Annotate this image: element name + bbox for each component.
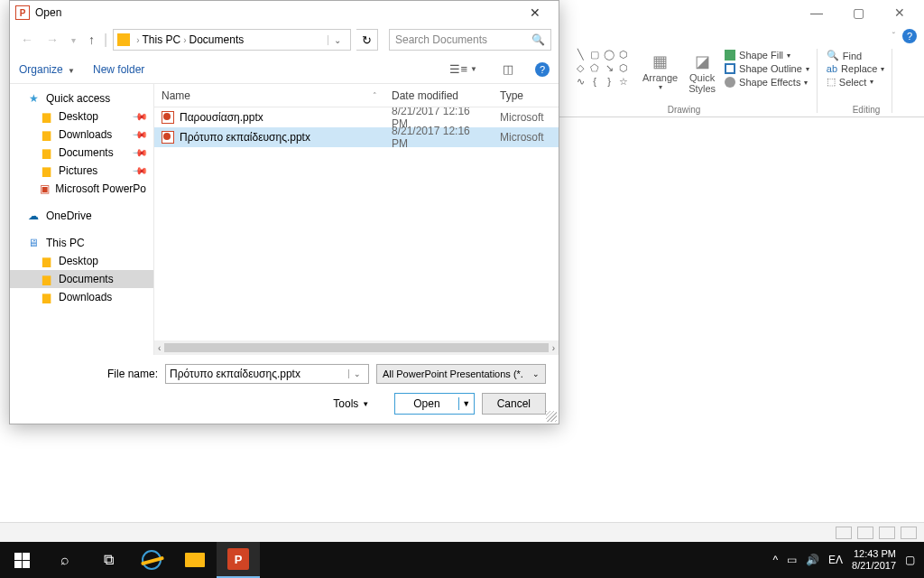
recent-dropdown[interactable]: ▾ <box>68 35 79 45</box>
dialog-footer: File name: Πρότυπο εκπαίδευσης.pptx ⌄ Al… <box>10 355 559 424</box>
path-dropdown[interactable]: ⌄ <box>328 35 346 45</box>
horizontal-scrollbar[interactable]: ‹ › <box>154 340 559 355</box>
onedrive-icon: ☁ <box>26 210 41 222</box>
tree-downloads-2[interactable]: ▆Downloads <box>10 288 153 306</box>
breadcrumb-documents[interactable]: Documents <box>189 33 245 46</box>
forward-button[interactable]: → <box>42 33 62 47</box>
file-list-area: Name˄ Date modified Type Παρουσίαση.pptx… <box>154 84 559 355</box>
scroll-right-icon[interactable]: › <box>552 343 555 353</box>
open-dropdown[interactable]: ▼ <box>459 399 474 408</box>
tree-downloads[interactable]: ▆Downloads📌 <box>10 126 153 144</box>
resize-grip[interactable] <box>546 411 557 422</box>
dialog-close-button[interactable]: ✕ <box>517 5 553 20</box>
tools-button[interactable]: Tools ▼ <box>333 397 369 410</box>
tree-quick-access[interactable]: ★Quick access <box>10 89 153 107</box>
preview-pane-button[interactable]: ◫ <box>499 62 517 76</box>
ie-button[interactable] <box>130 542 173 578</box>
quick-styles-button[interactable]: ◪ Quick Styles <box>683 49 721 96</box>
filename-input[interactable]: Πρότυπο εκπαίδευσης.pptx ⌄ <box>165 364 369 384</box>
scroll-thumb[interactable] <box>164 343 548 352</box>
tree-onedrive[interactable]: ☁OneDrive <box>10 207 153 225</box>
powerpoint-taskbar-button[interactable]: P <box>217 542 260 578</box>
tree-desktop[interactable]: ▆Desktop📌 <box>10 107 153 126</box>
refresh-button[interactable]: ↻ <box>356 29 378 51</box>
find-button[interactable]: 🔍Find <box>827 49 885 62</box>
dialog-title: Open <box>35 6 517 19</box>
tree-ms-powerpoint[interactable]: ▣Microsoft PowerPo <box>10 180 153 198</box>
replace-icon: ab <box>827 63 837 74</box>
back-button[interactable]: ← <box>17 33 37 47</box>
slideshow-view-button[interactable] <box>901 527 917 539</box>
file-list[interactable]: Παρουσίαση.pptx 8/21/2017 12:16 PM Micro… <box>154 107 559 340</box>
ribbon: ╲▢◯⬡ ◇⬠↘⬡ ∿{}☆ ▦ Arrange ▾ ◪ Quick Style… <box>559 45 924 117</box>
app-maximize-button[interactable]: ▢ <box>837 0 879 25</box>
column-name[interactable]: Name˄ <box>154 89 384 102</box>
filename-label: File name: <box>23 368 158 380</box>
tray-chevron-icon[interactable]: ^ <box>772 554 778 566</box>
folder-icon: ▆ <box>39 255 53 267</box>
shape-effects-button[interactable]: Shape Effects▾ <box>725 76 809 89</box>
volume-icon[interactable]: 🔊 <box>806 554 819 566</box>
app-status-bar <box>0 522 924 542</box>
app-help-area: ˇ ? <box>892 29 917 43</box>
tree-desktop-2[interactable]: ▆Desktop <box>10 252 153 270</box>
navigation-tree[interactable]: ★Quick access ▆Desktop📌 ▆Downloads📌 ▆Doc… <box>10 84 154 355</box>
breadcrumb-this-pc[interactable]: This PC <box>143 33 181 46</box>
shapes-gallery[interactable]: ╲▢◯⬡ ◇⬠↘⬡ ∿{}☆ <box>574 49 637 88</box>
shape-fill-button[interactable]: Shape Fill▾ <box>725 49 809 61</box>
editing-group-label: Editing <box>808 105 924 115</box>
view-options-button[interactable]: ☰≡ ▼ <box>446 62 481 76</box>
replace-button[interactable]: abReplace▾ <box>827 62 885 75</box>
powerpoint-icon: P <box>227 548 249 570</box>
drawing-group-label: Drawing <box>559 105 808 115</box>
scroll-left-icon[interactable]: ‹ <box>158 343 161 353</box>
pin-icon: 📌 <box>131 162 148 179</box>
explorer-button[interactable] <box>173 542 217 578</box>
tree-pictures[interactable]: ▆Pictures📌 <box>10 162 153 180</box>
filename-history-dropdown[interactable]: ⌄ <box>348 369 365 378</box>
app-minimize-button[interactable]: — <box>796 0 837 25</box>
clock[interactable]: 12:43 PM 8/21/2017 <box>852 548 896 572</box>
pin-icon: 📌 <box>131 144 148 161</box>
organize-button[interactable]: Organize ▼ <box>19 63 75 76</box>
arrange-button[interactable]: ▦ Arrange ▾ <box>637 49 683 93</box>
task-view-button[interactable]: ⧉ <box>87 542 130 578</box>
folder-icon <box>185 553 205 567</box>
up-button[interactable]: ↑ <box>85 33 98 47</box>
file-row[interactable]: Παρουσίαση.pptx 8/21/2017 12:16 PM Micro… <box>154 107 559 127</box>
app-close-button[interactable]: ✕ <box>879 0 920 25</box>
language-indicator[interactable]: ΕΛ <box>828 554 843 566</box>
ribbon-collapse-icon[interactable]: ˇ <box>892 32 895 42</box>
pc-icon: 🖥 <box>26 237 41 249</box>
breadcrumb-bar[interactable]: › This PC › Documents ⌄ <box>113 29 351 51</box>
tree-documents-2[interactable]: ▆Documents <box>10 270 153 288</box>
notifications-icon[interactable]: ▢ <box>905 554 915 566</box>
cancel-button[interactable]: Cancel <box>482 393 546 415</box>
dialog-help-icon[interactable]: ? <box>535 62 550 77</box>
system-tray: ^ ▭ 🔊 ΕΛ 12:43 PM 8/21/2017 ▢ <box>763 548 924 572</box>
normal-view-button[interactable] <box>836 527 852 539</box>
battery-icon[interactable]: ▭ <box>787 554 797 566</box>
select-button[interactable]: ⬚Select▾ <box>827 75 885 89</box>
reading-view-button[interactable] <box>879 527 895 539</box>
open-button[interactable]: Open ▼ <box>394 393 474 415</box>
powerpoint-icon: ▣ <box>39 182 50 195</box>
help-icon[interactable]: ? <box>902 29 917 43</box>
search-icon: 🔍 <box>531 33 545 46</box>
search-input[interactable]: Search Documents 🔍 <box>389 29 551 51</box>
select-icon: ⬚ <box>827 76 836 88</box>
folder-icon: ▆ <box>39 146 53 159</box>
file-type-filter[interactable]: All PowerPoint Presentations (*. ⌄ <box>376 364 546 384</box>
tree-documents[interactable]: ▆Documents📌 <box>10 144 153 162</box>
folder-icon: ▆ <box>39 110 53 123</box>
file-row[interactable]: Πρότυπο εκπαίδευσης.pptx 8/21/2017 12:16… <box>154 127 559 147</box>
shape-outline-button[interactable]: Shape Outline▾ <box>725 62 809 75</box>
search-button[interactable]: ⌕ <box>43 542 87 578</box>
column-date[interactable]: Date modified <box>384 89 493 102</box>
column-type[interactable]: Type <box>493 89 559 102</box>
new-folder-button[interactable]: New folder <box>93 63 144 76</box>
tree-this-pc[interactable]: 🖥This PC <box>10 234 153 252</box>
task-view-icon: ⧉ <box>104 552 114 568</box>
sorter-view-button[interactable] <box>857 527 873 539</box>
start-button[interactable] <box>0 542 43 578</box>
